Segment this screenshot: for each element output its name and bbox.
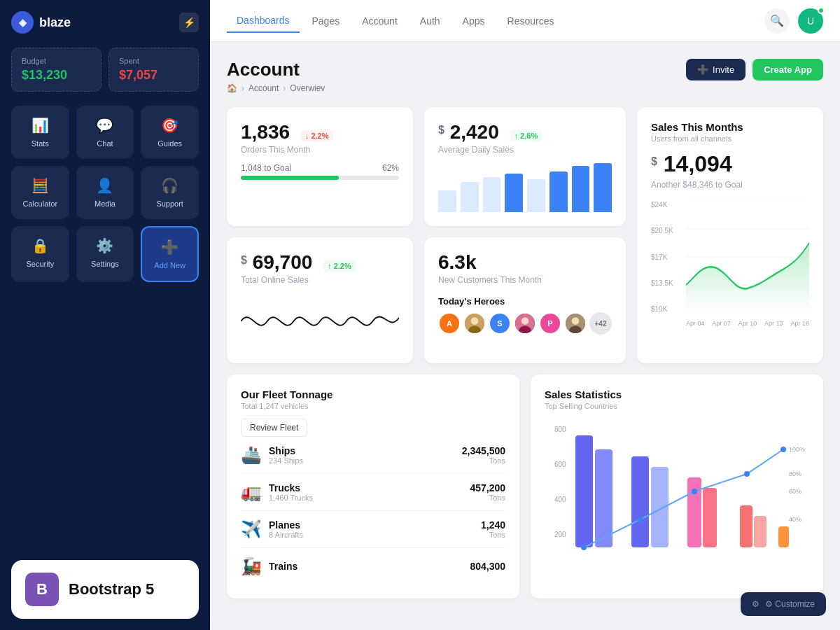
svg-point-27 [581,545,587,550]
nav-apps[interactable]: Apps [453,10,495,32]
bootstrap-icon: B [25,573,59,606]
heroes-section: Today's Heroes A S P [438,296,612,335]
add-new-label: Add New [154,261,186,270]
fleet-row-trains: 🚂 Trains 804,300 [241,548,505,584]
monthly-sales-card: Sales This Months Users from all channel… [637,107,823,363]
sidebar-item-add-new[interactable]: ➕ Add New [141,226,199,282]
heroes-avatars: A S P +42 [438,312,612,335]
nav-dashboards[interactable]: Dashboards [227,9,300,33]
svg-point-31 [780,447,786,452]
progress-bar [241,176,399,180]
nav-account[interactable]: Account [352,10,407,32]
svg-point-12 [572,317,580,325]
monthly-sales-sub: Users from all channels [651,134,809,143]
support-icon: 🎧 [161,177,178,194]
daily-sales-header: $ 2,420 ↑ 2.6% Average Daily Sales [438,121,612,155]
breadcrumb-account[interactable]: Account [248,83,279,93]
customers-label: New Customers This Month [438,275,612,285]
sidebar-item-chat[interactable]: 💬 Chat [76,106,134,159]
trucks-name: Trucks [269,482,313,493]
sidebar-item-support[interactable]: 🎧 Support [141,166,199,219]
nav-links: Dashboards Pages Account Auth Apps Resou… [227,9,564,33]
budget-value: $13,230 [22,68,91,83]
online-sales-value: $ 69,700 ↑ 2.2% [241,251,356,273]
heroes-count: +42 [589,312,612,335]
sales-stats-sub: Top Selling Countries [545,402,809,410]
bar-6 [550,172,568,212]
sidebar-item-settings[interactable]: ⚙️ Settings [76,226,134,282]
sidebar-item-stats[interactable]: 📊 Stats [11,106,69,159]
bar-3 [483,177,501,212]
guides-label: Guides [158,139,182,148]
sidebar-branding: B Bootstrap 5 [11,560,199,619]
page-actions: ➕ Invite Create App [686,59,823,80]
nav-resources[interactable]: Resources [498,10,564,32]
sidebar-item-guides[interactable]: 🎯 Guides [141,106,199,159]
bar-2 [461,182,479,212]
nav-pages[interactable]: Pages [302,10,350,32]
create-app-button[interactable]: Create App [752,59,823,80]
avatar-letter: U [807,15,814,27]
daily-sales-badge: ↑ 2.6% [510,130,542,141]
sales-stats-title: Sales Statistics [545,388,809,400]
nav-auth[interactable]: Auth [410,10,450,32]
wave-chart [241,293,399,349]
breadcrumb-home-icon: 🏠 [227,83,237,93]
monthly-sales-value: $ 14,094 [651,151,809,177]
bootstrap-name: Bootstrap 5 [69,580,154,598]
online-badge [818,7,825,14]
invite-label: Invite [713,64,734,75]
sidebar-item-media[interactable]: 👤 Media [76,166,134,219]
customize-label: ⚙ Customize [765,599,815,609]
bar-1 [438,190,456,212]
spent-value: $7,057 [119,68,188,83]
sidebar-item-calculator[interactable]: 🧮 Calculator [11,166,69,219]
orders-header: 1,836 ↓ 2.2% Orders This Month [241,121,399,155]
planes-count: 8 Aircrafts [269,531,303,539]
hero-avatar-photo3 [564,312,587,335]
progress-pct: 62% [382,163,399,173]
progress-label: 1,048 to Goal 62% [241,163,399,173]
fleet-sub: Total 1,247 vehicles [241,402,505,410]
calculator-label: Calculator [23,200,58,208]
media-label: Media [94,200,115,208]
svg-point-9 [522,317,529,325]
user-avatar[interactable]: U [798,8,823,34]
budget-row: Budget $13,230 Spent $7,057 [11,48,199,92]
trucks-count: 1,460 Trucks [269,493,313,502]
fleet-row-trucks: 🚛 Trucks 1,460 Trucks 457,200 Tons [241,474,505,511]
chat-label: Chat [97,139,113,148]
guides-icon: 🎯 [161,117,178,134]
daily-sales-card: $ 2,420 ↑ 2.6% Average Daily Sales [424,107,626,226]
sidebar-menu-button[interactable]: ⚡ [179,13,199,32]
settings-icon: ⚙️ [96,237,113,254]
y-axis-labels: $24K $20.5K $17K $13.5K $10K [651,201,673,313]
customize-bar[interactable]: ⚙ ⚙ Customize [741,592,826,616]
settings-label: Settings [91,260,119,268]
chat-icon: 💬 [96,117,113,134]
top-nav-right: 🔍 U [764,8,823,34]
sidebar: ◈ blaze ⚡ Budget $13,230 Spent $7,057 📊 … [0,0,210,630]
app-name: blaze [39,15,71,30]
page-header: Account 🏠 › Account › Overwiev ➕ Invite … [227,59,823,93]
fleet-row-planes: ✈️ Planes 8 Aircrafts 1,240 Tons [241,511,505,548]
sales-svg [686,201,809,313]
sales-statistics-card: Sales Statistics Top Selling Countries 8… [531,374,823,598]
stats-grid: 1,836 ↓ 2.2% Orders This Month 1,048 to … [227,107,823,363]
logo-area: ◈ blaze [11,11,71,34]
svg-text:200: 200 [554,531,566,538]
budget-card: Budget $13,230 [11,48,102,92]
sales-goal: Another $48,346 to Goal [651,180,809,190]
svg-text:60%: 60% [789,488,802,495]
search-button[interactable]: 🔍 [764,8,790,34]
x-axis-labels: Apr 04 Apr 07 Apr 10 Apr 13 Apr 16 [686,320,809,327]
sidebar-item-security[interactable]: 🔒 Security [11,226,69,282]
online-sales-badge: ↑ 2.2% [323,260,356,272]
bar-4 [505,174,523,212]
invite-button[interactable]: ➕ Invite [686,59,746,80]
svg-point-6 [471,317,479,325]
svg-text:800: 800 [554,426,566,433]
hero-avatar-2: S [489,312,511,335]
svg-point-30 [744,471,750,477]
review-fleet-button[interactable]: Review Fleet [241,419,307,437]
